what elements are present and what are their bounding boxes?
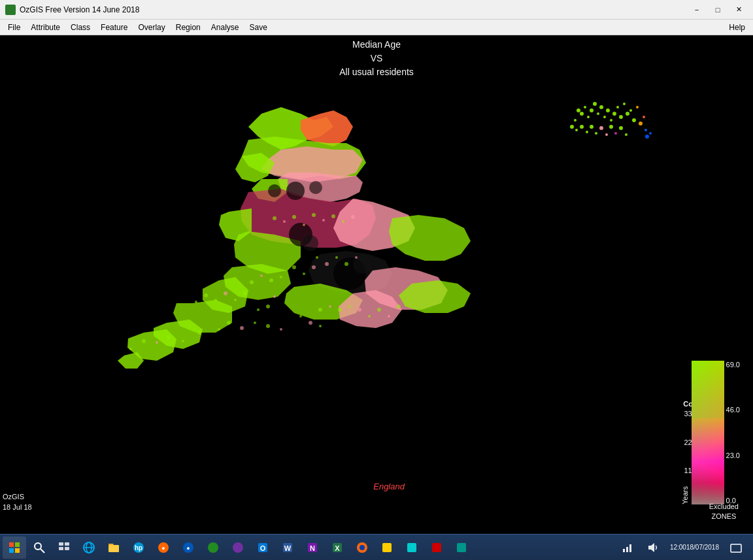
svg-point-30 (273, 216, 276, 220)
svg-point-94 (606, 108, 610, 112)
file-explorer-button[interactable] (102, 536, 126, 559)
svg-point-114 (609, 125, 613, 129)
svg-point-86 (577, 108, 580, 112)
y-label-mid1: 23.0 (726, 452, 740, 459)
menu-region[interactable]: Region (171, 22, 206, 33)
app-red-button[interactable] (425, 536, 448, 559)
england-map-group (118, 107, 471, 369)
svg-rect-128 (65, 542, 69, 546)
svg-point-54 (348, 305, 351, 308)
svg-point-70 (182, 340, 184, 342)
svg-point-105 (643, 116, 645, 118)
svg-point-93 (603, 116, 606, 118)
svg-point-110 (590, 125, 594, 129)
ie-browser-button[interactable] (77, 536, 101, 559)
svg-point-32 (292, 215, 296, 219)
menu-feature[interactable]: Feature (95, 22, 133, 33)
svg-point-75 (243, 291, 247, 295)
app-orange-button[interactable]: ● (152, 536, 175, 559)
minimize-button[interactable]: − (688, 3, 706, 16)
svg-point-100 (626, 112, 629, 116)
svg-point-73 (142, 339, 146, 343)
menu-save[interactable]: Save (244, 22, 273, 33)
firefox-button[interactable] (350, 536, 374, 559)
app-yellow-button[interactable] (375, 536, 399, 559)
svg-point-85 (584, 106, 586, 108)
app-green-button[interactable] (201, 536, 225, 559)
svg-point-118 (645, 135, 649, 139)
svg-rect-122 (15, 542, 20, 547)
title-text: OzGIS Free Version 14 June 2018 (20, 5, 688, 14)
legend-gradient-area: Years 69.0 46.0 23.0 0.0 (681, 361, 740, 504)
menu-help[interactable]: Help (724, 22, 750, 33)
svg-point-99 (623, 103, 626, 105)
network-icon[interactable] (615, 536, 639, 559)
app-cyan-button[interactable] (400, 536, 424, 559)
svg-point-104 (639, 122, 643, 125)
task-view-button[interactable] (52, 536, 76, 559)
svg-point-78 (214, 299, 217, 301)
excel-button[interactable]: X (326, 536, 349, 559)
close-button[interactable]: ✕ (729, 3, 748, 16)
clock-area[interactable]: 12:00 18/07/2018 (667, 536, 722, 559)
menu-class[interactable]: Class (65, 22, 95, 33)
app-purple-button[interactable] (226, 536, 250, 559)
svg-point-65 (240, 326, 244, 330)
hp-icon-button[interactable]: hp (127, 536, 150, 559)
svg-point-41 (335, 256, 338, 259)
svg-point-106 (570, 125, 574, 129)
notification-button[interactable] (724, 536, 748, 559)
svg-point-101 (629, 109, 632, 112)
svg-point-46 (312, 265, 316, 269)
svg-marker-9 (389, 215, 471, 261)
svg-point-71 (167, 335, 171, 339)
maximize-button[interactable]: □ (709, 3, 727, 16)
svg-point-116 (619, 126, 623, 130)
svg-point-88 (590, 108, 594, 112)
search-taskbar-button[interactable] (27, 536, 51, 559)
svg-rect-134 (109, 545, 119, 552)
outlook-button[interactable]: O (251, 536, 275, 559)
svg-point-102 (632, 118, 636, 122)
y-label-max: 69.0 (726, 361, 740, 369)
svg-point-64 (218, 328, 220, 331)
svg-rect-159 (629, 544, 631, 552)
svg-point-103 (636, 106, 639, 108)
word-button[interactable]: W (276, 536, 299, 559)
window-controls: − □ ✕ (688, 3, 748, 16)
svg-rect-158 (626, 547, 628, 552)
app-icon (5, 5, 16, 15)
svg-rect-154 (407, 543, 416, 552)
svg-point-28 (309, 181, 322, 194)
start-button[interactable] (3, 536, 26, 559)
svg-point-52 (329, 305, 331, 308)
taskbar: hp ● ● O W (0, 534, 753, 560)
main-canvas: Median Age VS All usual residents (0, 35, 753, 540)
app-blue-button[interactable]: ● (176, 536, 200, 559)
svg-rect-157 (623, 549, 625, 552)
menu-attribute[interactable]: Attribute (25, 22, 65, 33)
onenote-button[interactable]: N (301, 536, 324, 559)
speaker-icon[interactable] (641, 536, 665, 559)
menu-analyse[interactable]: Analyse (206, 22, 244, 33)
ozgis-footer-label: OzGIS 18 Jul 18 (3, 492, 32, 512)
svg-rect-155 (432, 543, 441, 552)
app-teal-button[interactable] (450, 536, 473, 559)
svg-point-35 (322, 219, 325, 222)
svg-rect-161 (731, 544, 741, 552)
svg-point-25 (286, 182, 305, 200)
gradient-canvas (692, 361, 724, 504)
svg-point-57 (377, 308, 381, 312)
menu-overlay[interactable]: Overlay (133, 22, 170, 33)
svg-point-51 (318, 308, 322, 312)
svg-point-120 (644, 129, 647, 131)
menu-file[interactable]: File (3, 22, 25, 33)
svg-point-68 (280, 328, 282, 331)
svg-point-34 (312, 213, 316, 217)
svg-point-59 (397, 305, 401, 308)
svg-rect-156 (457, 543, 466, 552)
svg-point-37 (342, 220, 344, 223)
svg-point-53 (338, 308, 342, 312)
svg-point-43 (355, 256, 358, 259)
svg-point-141 (208, 542, 218, 553)
